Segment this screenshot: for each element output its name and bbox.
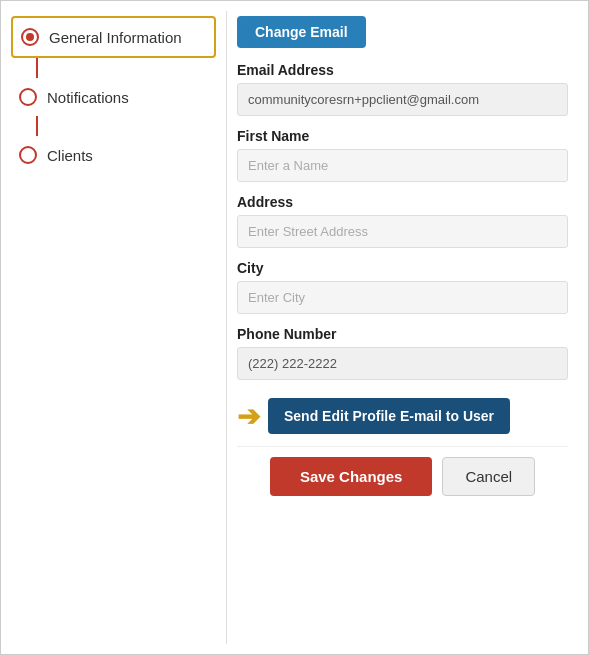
sidebar-connector-1 [11,58,216,78]
radio-empty-icon [19,146,37,164]
save-changes-button[interactable]: Save Changes [270,457,433,496]
first-name-input[interactable] [237,149,568,182]
city-input[interactable] [237,281,568,314]
radio-empty-icon [19,88,37,106]
phone-label: Phone Number [237,326,568,342]
send-email-row: ➔ Send Edit Profile E-mail to User [237,398,568,434]
sidebar-item-label: General Information [49,29,182,46]
phone-value: (222) 222-2222 [237,347,568,380]
change-email-button[interactable]: Change Email [237,16,366,48]
svg-point-3 [20,147,36,163]
svg-point-2 [20,89,36,105]
radio-filled-icon [21,28,39,46]
sidebar-item-label: Notifications [47,89,129,106]
sidebar-item-notifications[interactable]: Notifications [11,78,216,116]
address-label: Address [237,194,568,210]
send-email-button[interactable]: Send Edit Profile E-mail to User [268,398,510,434]
cancel-button[interactable]: Cancel [442,457,535,496]
sidebar-connector-2 [11,116,216,136]
address-input[interactable] [237,215,568,248]
main-content: Change Email Email Address communitycore… [226,11,578,644]
first-name-label: First Name [237,128,568,144]
bottom-actions: Save Changes Cancel [237,446,568,506]
email-label: Email Address [237,62,568,78]
svg-point-1 [26,33,34,41]
city-label: City [237,260,568,276]
sidebar: General Information Notifications Client… [11,11,226,644]
sidebar-item-clients[interactable]: Clients [11,136,216,174]
email-value: communitycoresrn+ppclient@gmail.com [237,83,568,116]
arrow-right-icon: ➔ [237,400,260,433]
sidebar-item-label: Clients [47,147,93,164]
sidebar-item-general-information[interactable]: General Information [11,16,216,58]
